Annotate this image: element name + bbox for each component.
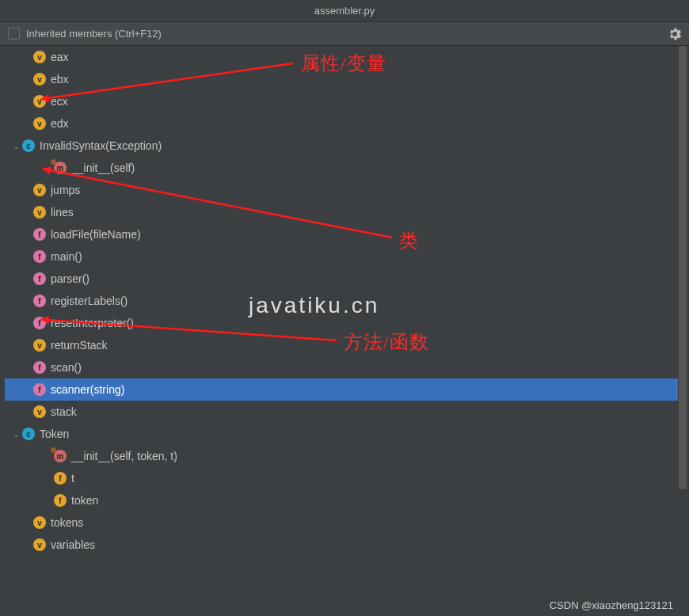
v-icon: v [33,117,46,130]
v-icon: v [33,206,46,219]
tree-row-label: __init__(self) [71,162,135,174]
f-icon: f [33,317,46,329]
tree-row-label: eax [51,51,69,63]
chevron-down-icon[interactable]: ⌄ [11,429,21,439]
tree-row-label: stack [51,405,77,418]
v-icon: v [33,339,46,352]
f-icon: f [33,228,46,241]
f-icon: f [33,250,46,263]
scrollbar[interactable] [678,46,687,616]
tree-row-label: returnStack [51,339,108,352]
tree-row[interactable]: ft [5,467,678,489]
m-icon: m [54,450,67,462]
tree-row[interactable]: vreturnStack [5,334,678,356]
tree-row-label: tokens [51,516,83,529]
tree-row-label: __init__(self, token, t) [71,450,177,462]
structure-header: Inherited members (Ctrl+F12) [0,22,689,46]
f-icon: f [33,272,46,285]
tree-row[interactable]: fmain() [5,245,678,268]
m-icon: m [54,162,67,174]
v-icon: v [33,51,46,63]
tree-row-label: token [71,494,98,507]
tree-row[interactable]: fregisterLabels() [5,290,678,312]
fy-icon: f [54,472,67,485]
tree-row[interactable]: vlines [5,201,678,223]
tree-row[interactable]: m__init__(self) [5,157,678,179]
tree-row[interactable]: vvariables [5,534,678,556]
scrollbar-thumb[interactable] [679,46,687,489]
tree-row-label: lines [51,206,74,219]
v-icon: v [33,405,46,418]
tree-row[interactable]: fscanner(string) [5,378,678,401]
f-icon: f [33,295,46,307]
tree-row-label: edx [51,117,69,130]
tree-row-label: variables [51,538,95,551]
tree-row[interactable]: ftoken [5,489,678,511]
tree-row-label: scan() [51,361,82,374]
tree-row[interactable]: vstack [5,401,678,423]
inherited-label: Inherited members (Ctrl+F12) [26,28,668,40]
lock-badge-icon [51,159,56,165]
chevron-down-icon[interactable]: ⌄ [11,141,21,151]
v-icon: v [33,538,46,551]
tree-row-label: t [71,472,74,485]
gear-icon[interactable] [668,28,681,40]
tree-row[interactable]: ⌄cToken [5,423,678,445]
tree-row-label: loadFile(fileName) [51,228,141,241]
tree-row[interactable]: m__init__(self, token, t) [5,445,678,467]
f-icon: f [33,361,46,374]
lock-badge-icon [51,447,56,453]
structure-content: veaxvebxvecxvedx⌄cInvalidSyntax(Exceptio… [0,46,689,616]
tree-row[interactable]: vtokens [5,511,678,534]
inherited-checkbox[interactable] [8,28,20,40]
tree-row-label: main() [51,250,82,263]
v-icon: v [33,73,46,86]
tree-row-label: scanner(string) [51,383,124,396]
tree-row[interactable]: fparser() [5,268,678,290]
tree-row-label: resetInterpreter() [51,317,134,329]
tree-row-label: ecx [51,95,68,108]
tree-row-label: jumps [51,184,80,196]
fy-icon: f [54,494,67,507]
file-title: assembler.py [314,5,375,17]
tree-row-label: registerLabels() [51,295,128,307]
tree: veaxvebxvecxvedx⌄cInvalidSyntax(Exceptio… [5,46,678,616]
v-icon: v [33,516,46,529]
title-bar: assembler.py [0,0,689,22]
tree-row-label: parser() [51,272,89,285]
tree-row-label: Token [40,428,69,440]
c-icon: c [22,139,35,152]
tree-row[interactable]: veax [5,46,678,68]
tree-row-label: InvalidSyntax(Exception) [40,139,162,152]
tree-row[interactable]: floadFile(fileName) [5,223,678,245]
tree-row[interactable]: vebx [5,68,678,90]
tree-row[interactable]: vedx [5,112,678,135]
tree-row[interactable]: vjumps [5,179,678,201]
tree-row[interactable]: vecx [5,90,678,112]
tree-row[interactable]: fresetInterpreter() [5,312,678,334]
v-icon: v [33,95,46,108]
c-icon: c [22,428,35,440]
tree-row[interactable]: ⌄cInvalidSyntax(Exception) [5,135,678,157]
f-icon: f [33,383,46,396]
tree-row[interactable]: fscan() [5,356,678,378]
v-icon: v [33,184,46,196]
tree-row-label: ebx [51,73,69,86]
